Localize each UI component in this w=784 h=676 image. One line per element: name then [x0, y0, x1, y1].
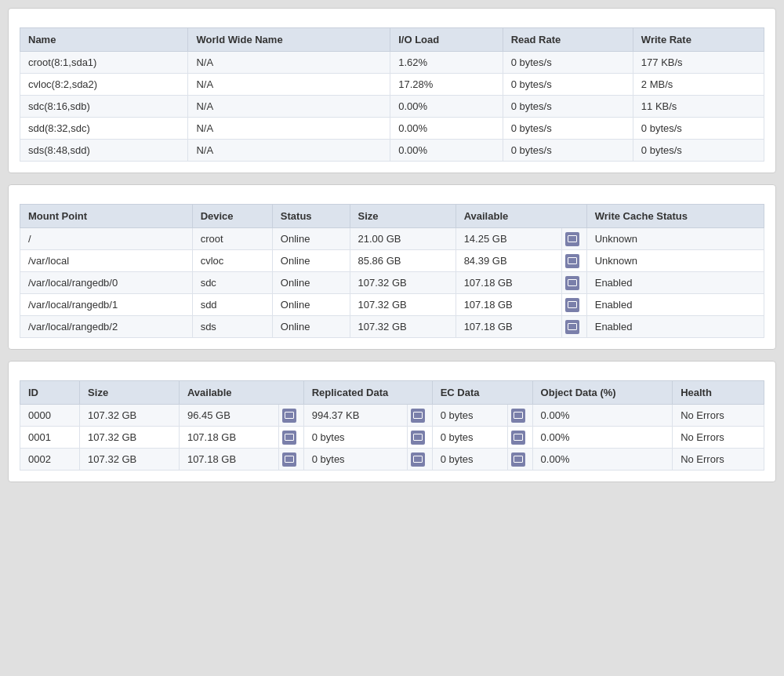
- col-status: Status: [272, 205, 350, 228]
- disk-name: croot(8:1,sda1): [20, 52, 188, 74]
- available-icon: [282, 452, 296, 467]
- os-id: 0000: [20, 405, 80, 427]
- volumes-panel: Mount Point Device Status Size Available…: [8, 184, 776, 350]
- vol-mount: /var/local: [20, 250, 193, 272]
- col-write-cache-status: Write Cache Status: [586, 205, 764, 228]
- object-stores-header-row: ID Size Available Replicated Data EC Dat…: [20, 381, 764, 405]
- col-health: Health: [673, 381, 764, 405]
- ec-data-icon: [511, 409, 525, 423]
- os-size: 107.32 GB: [80, 405, 180, 427]
- vol-cache-icon-cell: [561, 294, 586, 316]
- disk-devices-header-row: Name World Wide Name I/O Load Read Rate …: [20, 28, 764, 52]
- available-icon: [282, 431, 296, 445]
- os-available: 96.45 GB: [179, 405, 278, 427]
- os-available-icon-cell: [278, 405, 303, 427]
- col-size: Size: [80, 381, 180, 405]
- os-health: No Errors: [673, 427, 764, 449]
- vol-status: Online: [272, 250, 350, 272]
- vol-device: cvloc: [192, 250, 272, 272]
- write-cache-icon: [565, 254, 579, 268]
- col-mount-point: Mount Point: [20, 205, 193, 228]
- table-row: sdd(8:32,sdc) N/A 0.00% 0 bytes/s 0 byte…: [20, 118, 764, 140]
- disk-name: sds(8:48,sdd): [20, 140, 188, 162]
- table-row: cvloc(8:2,sda2) N/A 17.28% 0 bytes/s 2 M…: [20, 74, 764, 96]
- disk-read-rate: 0 bytes/s: [503, 96, 633, 118]
- vol-status: Online: [272, 228, 350, 250]
- disk-wwn: N/A: [188, 52, 390, 74]
- disk-io-load: 0.00%: [390, 140, 503, 162]
- disk-wwn: N/A: [188, 96, 390, 118]
- os-id: 0002: [20, 449, 80, 471]
- disk-read-rate: 0 bytes/s: [503, 74, 633, 96]
- table-row: /var/local/rangedb/2 sds Online 107.32 G…: [20, 316, 764, 338]
- vol-device: sds: [192, 316, 272, 338]
- replicated-data-icon: [411, 431, 425, 445]
- os-health: No Errors: [673, 449, 764, 471]
- os-ec-data: 0 bytes: [432, 449, 507, 471]
- table-row: /var/local/rangedb/0 sdc Online 107.32 G…: [20, 272, 764, 294]
- col-name: Name: [20, 28, 188, 52]
- col-write-rate: Write Rate: [633, 28, 764, 52]
- table-row: 0002 107.32 GB 107.18 GB 0 bytes 0 bytes…: [20, 449, 764, 471]
- vol-status: Online: [272, 316, 350, 338]
- vol-size: 107.32 GB: [350, 272, 456, 294]
- os-available-icon-cell: [278, 449, 303, 471]
- col-wwn: World Wide Name: [188, 28, 390, 52]
- disk-wwn: N/A: [188, 118, 390, 140]
- disk-name: sdd(8:32,sdc): [20, 118, 188, 140]
- os-ec-data: 0 bytes: [432, 427, 507, 449]
- vol-cache-icon-cell: [561, 316, 586, 338]
- vol-device: sdd: [192, 294, 272, 316]
- os-replicated-data: 994.37 KB: [303, 405, 407, 427]
- ec-data-icon: [511, 431, 525, 445]
- os-ec-icon-cell: [507, 449, 532, 471]
- available-icon: [282, 409, 296, 423]
- vol-available: 107.18 GB: [456, 316, 561, 338]
- disk-devices-panel: Name World Wide Name I/O Load Read Rate …: [8, 8, 776, 173]
- os-replicated-icon-cell: [407, 449, 432, 471]
- disk-wwn: N/A: [188, 74, 390, 96]
- write-cache-icon: [565, 276, 579, 290]
- disk-wwn: N/A: [188, 140, 390, 162]
- replicated-data-icon: [411, 452, 425, 467]
- volumes-header-row: Mount Point Device Status Size Available…: [20, 205, 764, 228]
- os-replicated-data: 0 bytes: [303, 427, 407, 449]
- vol-cache-status: Unknown: [586, 250, 764, 272]
- os-ec-data: 0 bytes: [432, 405, 507, 427]
- disk-read-rate: 0 bytes/s: [503, 52, 633, 74]
- vol-size: 107.32 GB: [350, 294, 456, 316]
- table-row: croot(8:1,sda1) N/A 1.62% 0 bytes/s 177 …: [20, 52, 764, 74]
- vol-mount: /var/local/rangedb/0: [20, 272, 193, 294]
- col-id: ID: [20, 381, 80, 405]
- os-size: 107.32 GB: [80, 449, 180, 471]
- disk-name: cvloc(8:2,sda2): [20, 74, 188, 96]
- col-ec-data: EC Data: [432, 381, 532, 405]
- disk-io-load: 0.00%: [390, 96, 503, 118]
- vol-cache-status: Enabled: [586, 316, 764, 338]
- table-row: 0000 107.32 GB 96.45 GB 994.37 KB 0 byte…: [20, 405, 764, 427]
- vol-cache-status: Enabled: [586, 294, 764, 316]
- vol-device: croot: [192, 228, 272, 250]
- col-io-load: I/O Load: [390, 28, 503, 52]
- write-cache-icon: [565, 320, 579, 334]
- vol-cache-icon-cell: [561, 272, 586, 294]
- os-available: 107.18 GB: [179, 449, 278, 471]
- vol-mount: /: [20, 228, 193, 250]
- vol-available: 107.18 GB: [456, 294, 561, 316]
- os-ec-icon-cell: [507, 427, 532, 449]
- vol-cache-icon-cell: [561, 250, 586, 272]
- disk-write-rate: 0 bytes/s: [633, 118, 764, 140]
- col-read-rate: Read Rate: [503, 28, 633, 52]
- col-replicated-data: Replicated Data: [303, 381, 432, 405]
- disk-write-rate: 177 KB/s: [633, 52, 764, 74]
- os-available: 107.18 GB: [179, 427, 278, 449]
- os-replicated-icon-cell: [407, 427, 432, 449]
- os-replicated-data: 0 bytes: [303, 449, 407, 471]
- table-row: sdc(8:16,sdb) N/A 0.00% 0 bytes/s 11 KB/…: [20, 96, 764, 118]
- vol-size: 21.00 GB: [350, 228, 456, 250]
- disk-io-load: 1.62%: [390, 52, 503, 74]
- os-object-data-pct: 0.00%: [532, 427, 673, 449]
- col-available: Available: [179, 381, 303, 405]
- disk-write-rate: 0 bytes/s: [633, 140, 764, 162]
- col-device: Device: [192, 205, 272, 228]
